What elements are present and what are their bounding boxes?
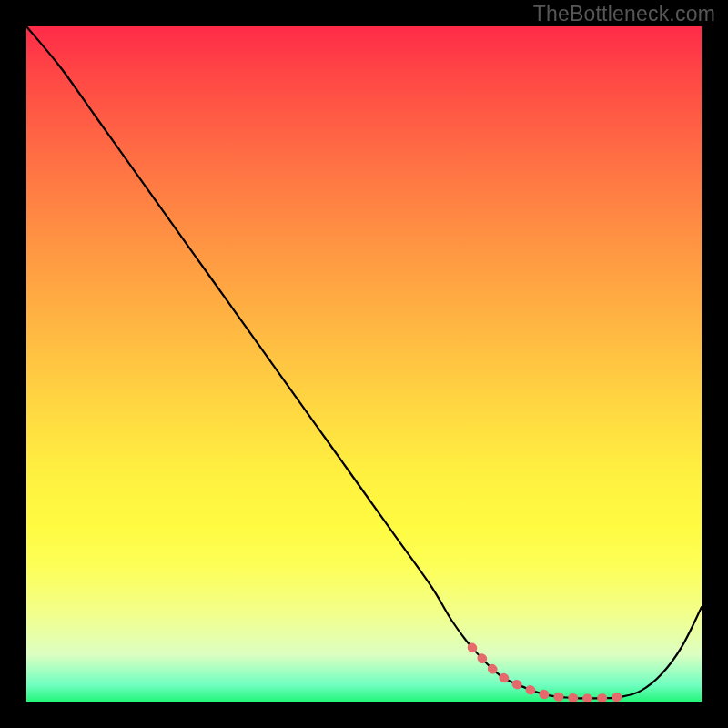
gradient-plot-area <box>26 26 702 702</box>
chart-frame: TheBottleneck.com <box>0 0 728 728</box>
watermark-text: TheBottleneck.com <box>533 2 715 26</box>
